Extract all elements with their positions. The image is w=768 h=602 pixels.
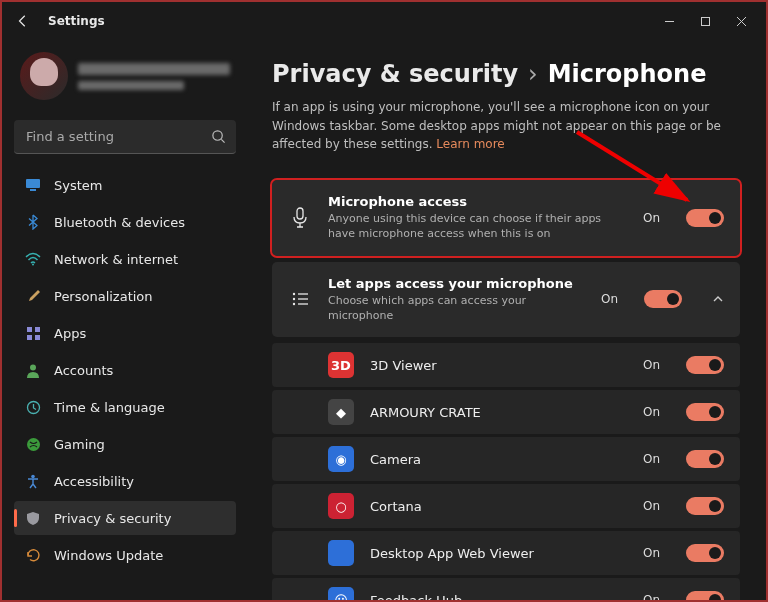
svg-rect-4 [26, 179, 40, 188]
sidebar-item-label: Gaming [54, 437, 105, 452]
window-title: Settings [48, 14, 105, 28]
titlebar: Settings [2, 2, 766, 40]
svg-rect-5 [30, 189, 36, 191]
minimize-button[interactable] [662, 14, 676, 28]
svg-point-16 [293, 293, 295, 295]
setting-subtitle: Choose which apps can access your microp… [328, 293, 585, 324]
app-toggle[interactable] [686, 497, 724, 515]
setting-title: Microphone access [328, 194, 627, 209]
microphone-access-toggle[interactable] [686, 209, 724, 227]
svg-rect-7 [27, 327, 32, 332]
app-name: ARMOURY CRATE [370, 405, 627, 420]
update-icon [24, 546, 42, 564]
sidebar-item-network[interactable]: Network & internet [14, 242, 236, 276]
app-row[interactable]: ◆ARMOURY CRATEOn [272, 390, 740, 434]
app-row[interactable]: ◉CameraOn [272, 437, 740, 481]
main-content: Privacy & security › Microphone If an ap… [248, 40, 766, 600]
app-toggle[interactable] [686, 356, 724, 374]
page-title: Microphone [548, 60, 707, 88]
app-toggle[interactable] [686, 450, 724, 468]
toggle-label: On [643, 499, 660, 513]
accessibility-icon [24, 472, 42, 490]
sidebar-item-personalization[interactable]: Personalization [14, 279, 236, 313]
close-button[interactable] [734, 14, 748, 28]
sidebar-item-label: Accessibility [54, 474, 134, 489]
sidebar-item-accounts[interactable]: Accounts [14, 353, 236, 387]
profile[interactable] [14, 40, 236, 118]
sidebar-item-label: Apps [54, 326, 86, 341]
sidebar-item-accessibility[interactable]: Accessibility [14, 464, 236, 498]
app-name: Feedback Hub [370, 593, 627, 600]
sidebar-item-bluetooth[interactable]: Bluetooth & devices [14, 205, 236, 239]
nav: System Bluetooth & devices Network & int… [14, 168, 236, 572]
svg-point-20 [293, 303, 295, 305]
app-name: Desktop App Web Viewer [370, 546, 627, 561]
sidebar-item-gaming[interactable]: Gaming [14, 427, 236, 461]
toggle-label: On [643, 358, 660, 372]
app-icon: ○ [328, 493, 354, 519]
sidebar-item-apps[interactable]: Apps [14, 316, 236, 350]
search-icon [211, 129, 226, 144]
app-toggle[interactable] [686, 403, 724, 421]
toggle-label: On [601, 292, 618, 306]
app-row[interactable]: ○CortanaOn [272, 484, 740, 528]
bluetooth-icon [24, 213, 42, 231]
sidebar-item-label: Personalization [54, 289, 153, 304]
toggle-label: On [643, 593, 660, 600]
svg-rect-1 [701, 17, 709, 25]
page-description: If an app is using your microphone, you'… [272, 98, 732, 154]
sidebar-item-label: Time & language [54, 400, 165, 415]
toggle-label: On [643, 211, 660, 225]
app-name: 3D Viewer [370, 358, 627, 373]
profile-info [78, 63, 230, 90]
setting-let-apps-access[interactable]: Let apps access your microphone Choose w… [272, 262, 740, 338]
person-icon [24, 361, 42, 379]
svg-point-13 [27, 438, 40, 451]
maximize-button[interactable] [698, 14, 712, 28]
sidebar-item-privacy[interactable]: Privacy & security [14, 501, 236, 535]
learn-more-link[interactable]: Learn more [436, 137, 504, 151]
brush-icon [24, 287, 42, 305]
sidebar-item-label: Privacy & security [54, 511, 171, 526]
svg-point-2 [213, 131, 222, 140]
display-icon [24, 176, 42, 194]
app-toggle[interactable] [686, 591, 724, 600]
globe-clock-icon [24, 398, 42, 416]
search-box[interactable] [14, 120, 236, 154]
svg-rect-9 [27, 335, 32, 340]
setting-subtitle: Anyone using this device can choose if t… [328, 211, 627, 242]
chevron-up-icon[interactable] [712, 293, 724, 305]
xbox-icon [24, 435, 42, 453]
sidebar-item-label: Network & internet [54, 252, 178, 267]
microphone-icon [288, 207, 312, 229]
sidebar-item-label: Windows Update [54, 548, 163, 563]
breadcrumb: Privacy & security › Microphone [272, 60, 740, 88]
app-icon: ◉ [328, 446, 354, 472]
app-row[interactable]: Desktop App Web ViewerOn [272, 531, 740, 575]
sidebar-item-update[interactable]: Windows Update [14, 538, 236, 572]
apps-icon [24, 324, 42, 342]
back-button[interactable] [12, 10, 34, 32]
app-row[interactable]: ☺Feedback HubOn [272, 578, 740, 600]
sidebar: System Bluetooth & devices Network & int… [2, 40, 248, 600]
breadcrumb-parent[interactable]: Privacy & security [272, 60, 518, 88]
apps-list: 3D3D ViewerOn◆ARMOURY CRATEOn◉CameraOn○C… [272, 343, 740, 600]
setting-microphone-access[interactable]: Microphone access Anyone using this devi… [272, 180, 740, 256]
svg-rect-10 [35, 335, 40, 340]
app-toggle[interactable] [686, 544, 724, 562]
app-name: Camera [370, 452, 627, 467]
sidebar-item-system[interactable]: System [14, 168, 236, 202]
sidebar-item-label: Bluetooth & devices [54, 215, 185, 230]
app-icon: 3D [328, 352, 354, 378]
app-icon [328, 540, 354, 566]
shield-icon [24, 509, 42, 527]
avatar [20, 52, 68, 100]
setting-title: Let apps access your microphone [328, 276, 585, 291]
search-input[interactable] [14, 120, 236, 154]
app-name: Cortana [370, 499, 627, 514]
toggle-label: On [643, 452, 660, 466]
app-row[interactable]: 3D3D ViewerOn [272, 343, 740, 387]
svg-point-11 [30, 364, 36, 370]
sidebar-item-time[interactable]: Time & language [14, 390, 236, 424]
let-apps-toggle[interactable] [644, 290, 682, 308]
